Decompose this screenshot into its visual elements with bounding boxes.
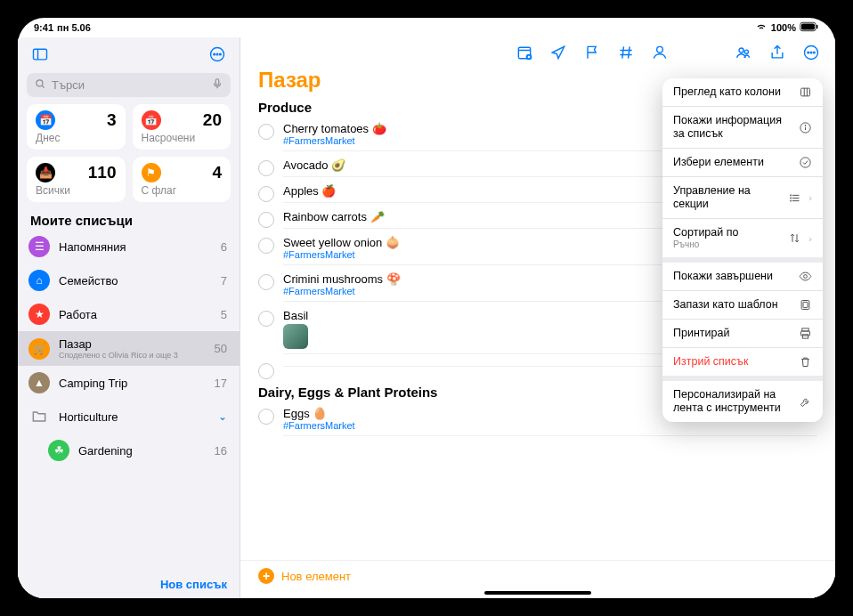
home-indicator[interactable] [484,591,591,595]
svg-point-34 [800,158,809,167]
new-item-button[interactable]: + Нов елемент [240,560,835,591]
list-row[interactable]: ▲ Camping Trip 17 [18,366,240,400]
more-menu-popover: Преглед като колони Покажи информация за… [662,78,823,422]
main-toolbar [240,37,835,66]
smart-card-count: 3 [107,110,117,130]
smart-card-3[interactable]: ⚑ 4 С флаг [133,157,232,202]
smart-card-1[interactable]: 📅 20 Насрочени [133,104,232,150]
svg-point-6 [214,53,215,55]
list-subtitle: Споделено с Olivia Rico и още 3 [59,351,206,360]
menu-item[interactable]: Принтирай [662,320,823,348]
battery-label: 100% [771,22,796,33]
list-icon: 🛒 [28,338,50,360]
menu-item[interactable]: Покажи информация за списък [662,107,823,149]
complete-checkbox[interactable] [258,274,274,290]
menu-label: Покажи информация за списък [673,114,782,140]
sidebar-more-icon[interactable] [206,43,229,66]
person-icon[interactable] [650,43,670,62]
menu-item[interactable]: Управление на секции › [662,177,823,219]
status-date: пн 5.06 [57,22,91,33]
svg-point-7 [216,53,218,55]
ellipsis-icon[interactable] [801,43,821,62]
eye-icon [798,270,812,283]
menu-item[interactable]: Запази като шаблон [662,291,823,320]
svg-rect-43 [803,302,808,307]
trash-icon [798,355,812,369]
location-icon[interactable] [548,43,568,62]
list-name: Gardening [78,444,206,458]
new-list-button[interactable]: Нов списък [18,571,240,598]
list-count: 17 [215,377,227,390]
screen: 9:41 пн 5.06 100% [18,18,835,598]
complete-checkbox[interactable] [258,238,274,254]
sidebar-toggle-icon[interactable] [28,43,52,66]
svg-line-18 [629,46,630,58]
svg-point-9 [37,80,43,86]
mic-icon[interactable] [211,77,223,93]
svg-point-27 [814,52,816,53]
smart-card-label: С флаг [142,184,223,197]
list-row[interactable]: 🛒 Пазар Споделено с Olivia Rico и още 3 … [18,331,240,366]
svg-rect-2 [816,25,818,29]
info-icon [798,121,812,134]
folder-icon [28,406,50,427]
plus-icon: + [258,568,274,584]
share-icon[interactable] [768,43,787,62]
calendar-add-icon[interactable] [515,43,534,62]
flag-icon[interactable] [582,43,602,62]
reminder-thumbnail[interactable] [283,324,308,349]
svg-point-21 [657,46,663,53]
list-name: Camping Trip [59,377,206,390]
chevron-right-icon: › [808,192,812,203]
status-bar: 9:41 пн 5.06 100% [18,18,835,37]
list-name: Семейство [59,274,212,288]
collaborate-icon[interactable] [734,43,753,62]
menu-item[interactable]: Изтрий списък [662,348,823,381]
list-count: 16 [215,444,227,458]
sections-icon [787,191,801,205]
search-icon [34,77,46,93]
complete-checkbox[interactable] [258,363,274,379]
hashtag-icon[interactable] [616,43,636,62]
complete-checkbox[interactable] [258,311,274,327]
list-name: Пазар [59,337,206,351]
svg-point-33 [805,125,806,126]
search-input[interactable]: Търси [27,73,231,97]
smart-card-0[interactable]: 📅 3 Днес [27,104,126,150]
battery-icon [800,21,819,34]
complete-checkbox[interactable] [258,186,274,202]
svg-rect-3 [34,49,47,60]
menu-label: Запази като шаблон [673,298,778,311]
menu-item[interactable]: Избери елементи [662,149,823,177]
sidebar: Търси 📅 3 Днес 📅 20 Насрочени 📥 110 Всич… [18,37,240,598]
menu-label: Избери елементи [673,156,764,168]
wrench-icon [798,395,812,409]
complete-checkbox[interactable] [258,212,274,228]
smart-card-icon: ⚑ [142,163,161,182]
list-icon: ☰ [28,236,50,257]
list-row[interactable]: ★ Работа 5 [18,297,240,331]
menu-item[interactable]: Сортирай по Ръчно › [662,219,823,263]
complete-checkbox[interactable] [258,409,274,425]
chevron-right-icon: › [808,233,812,244]
list-row[interactable]: ☘ Gardening 16 [18,434,240,467]
smart-card-2[interactable]: 📥 110 Всички [27,157,126,202]
list-icon: ★ [28,304,50,325]
smart-card-count: 4 [212,163,222,182]
list-row[interactable]: Horticulture ⌄ [18,400,240,434]
menu-label: Управление на секции [673,184,751,210]
menu-item[interactable]: Преглед като колони [662,78,823,107]
chevron-down-icon[interactable]: ⌄ [218,410,227,423]
menu-label: Изтрий списък [673,355,748,368]
svg-point-38 [790,194,791,195]
svg-point-8 [220,53,222,55]
list-row[interactable]: ☰ Напомняния 6 [18,230,240,263]
menu-item[interactable]: Персонализирай на лента с инструменти [662,381,823,422]
complete-checkbox[interactable] [258,160,274,176]
list-name: Horticulture [59,410,206,424]
complete-checkbox[interactable] [258,124,274,140]
menu-sublabel: Ръчно [673,239,780,250]
list-row[interactable]: ⌂ Семейство 7 [18,263,240,297]
svg-point-22 [739,48,743,53]
menu-item[interactable]: Покажи завършени [662,263,823,291]
